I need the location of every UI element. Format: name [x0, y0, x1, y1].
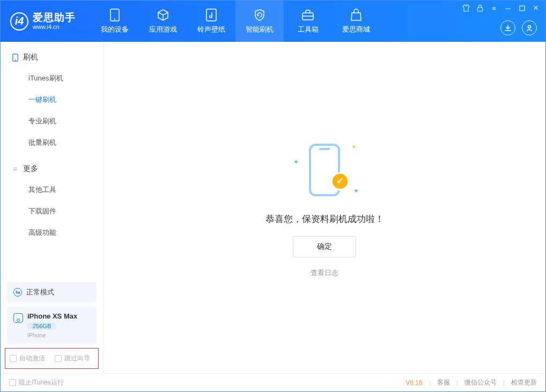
sparkle-icon: ✦ — [293, 158, 299, 166]
window-controls: ≡ ─ × — [462, 4, 540, 12]
check-update-link[interactable]: 检查更新 — [511, 378, 537, 387]
checkbox-label: 阻止iTunes运行 — [19, 378, 64, 387]
sidebar-head-flash: 刷机 — [1, 47, 103, 68]
minimize-button[interactable]: ─ — [504, 4, 512, 12]
sidebar-head-label: 刷机 — [23, 53, 38, 62]
sidebar-item-onekey-flash[interactable]: 一键刷机 — [1, 89, 103, 110]
lock-icon[interactable] — [476, 4, 484, 12]
close-button[interactable]: × — [532, 4, 540, 12]
svg-point-1 — [114, 19, 115, 20]
cube-icon — [156, 8, 170, 22]
device-info-row[interactable]: iPhone XS Max 256GB iPhone — [7, 307, 97, 344]
sidebar-item-advanced[interactable]: 高级功能 — [1, 222, 103, 243]
header-action-icons — [500, 20, 537, 35]
checkbox-icon — [10, 355, 17, 362]
device-storage-badge: 256GB — [27, 322, 56, 330]
device-mode-label: 正常模式 — [26, 287, 54, 297]
nav-apps-games[interactable]: 应用游戏 — [139, 1, 187, 42]
checkbox-auto-activate[interactable]: 自动激活 — [10, 354, 45, 363]
device-mode-row[interactable]: ⇆ 正常模式 — [7, 282, 97, 302]
device-phone-icon — [13, 313, 23, 323]
checkbox-block-itunes[interactable]: 阻止iTunes运行 — [9, 378, 64, 387]
sidebar: 刷机 iTunes刷机 一键刷机 专业刷机 批量刷机 ≡ 更多 其他工具 下载固… — [1, 42, 104, 373]
app-logo: i4 爱思助手 www.i4.cn — [1, 1, 85, 42]
nav-label: 智能刷机 — [246, 25, 274, 34]
logo-text: 爱思助手 www.i4.cn — [33, 12, 76, 30]
music-file-icon — [204, 8, 218, 22]
app-url: www.i4.cn — [33, 24, 76, 31]
nav-my-device[interactable]: 我的设备 — [91, 1, 139, 42]
device-type: iPhone — [27, 332, 77, 338]
view-log-link[interactable]: 查看日志 — [311, 268, 338, 278]
nav-label: 应用游戏 — [149, 25, 177, 34]
toolbox-icon — [301, 8, 315, 22]
checkbox-label: 自动激活 — [19, 354, 45, 363]
tshirt-icon[interactable] — [462, 4, 470, 12]
checkbox-label: 跳过向导 — [64, 354, 90, 363]
wechat-link[interactable]: 微信公众号 — [464, 378, 497, 387]
main-nav: 我的设备 应用游戏 铃声壁纸 智能刷机 工具箱 爱思商城 — [91, 1, 380, 42]
sidebar-section-more: ≡ 更多 其他工具 下载固件 高级功能 — [1, 153, 103, 243]
nav-store[interactable]: 爱思商城 — [332, 1, 380, 42]
app-name: 爱思助手 — [33, 12, 76, 24]
checkbox-skip-guide[interactable]: 跳过向导 — [55, 354, 90, 363]
sidebar-item-itunes-flash[interactable]: iTunes刷机 — [1, 68, 103, 89]
sparkle-icon: ✦ — [351, 143, 357, 151]
sidebar-item-other-tools[interactable]: 其他工具 — [1, 179, 103, 201]
phone-small-icon — [11, 54, 19, 61]
nav-label: 工具箱 — [298, 25, 319, 34]
device-name: iPhone XS Max — [27, 312, 77, 320]
checkbox-icon — [9, 379, 16, 386]
sidebar-head-more: ≡ 更多 — [1, 159, 103, 179]
svg-rect-5 — [520, 6, 525, 11]
list-small-icon: ≡ — [11, 165, 19, 173]
nav-smart-flash[interactable]: 智能刷机 — [235, 1, 284, 42]
bag-icon — [349, 8, 363, 22]
phone-icon — [108, 8, 122, 22]
sidebar-item-download-firmware[interactable]: 下载固件 — [1, 201, 103, 222]
status-bar: 阻止iTunes运行 V8.16 | 客服 | 微信公众号 | 检查更新 — [1, 373, 545, 391]
sparkle-icon: ✦ — [353, 187, 359, 195]
nav-label: 铃声壁纸 — [197, 25, 225, 34]
device-info: iPhone XS Max 256GB iPhone — [27, 312, 77, 338]
svg-rect-2 — [206, 9, 216, 21]
sidebar-section-flash: 刷机 iTunes刷机 一键刷机 专业刷机 批量刷机 — [1, 42, 103, 153]
success-illustration: ✦ ✦ ✦ ✓ — [292, 138, 357, 202]
menu-icon[interactable]: ≡ — [490, 4, 498, 12]
version-label: V8.16 — [405, 379, 422, 387]
support-link[interactable]: 客服 — [437, 378, 450, 387]
highlighted-options-box: 自动激活 跳过向导 — [5, 348, 99, 369]
sidebar-bottom: ⇆ 正常模式 iPhone XS Max 256GB iPhone 自动激活 — [1, 282, 103, 373]
body: 刷机 iTunes刷机 一键刷机 专业刷机 批量刷机 ≡ 更多 其他工具 下载固… — [1, 42, 545, 373]
maximize-button[interactable] — [518, 4, 526, 12]
svg-rect-4 — [478, 8, 483, 11]
sidebar-item-pro-flash[interactable]: 专业刷机 — [1, 110, 103, 132]
title-bar: i4 爱思助手 www.i4.cn 我的设备 应用游戏 铃声壁纸 智能刷机 — [1, 1, 545, 42]
nav-label: 我的设备 — [101, 25, 129, 34]
app-window: i4 爱思助手 www.i4.cn 我的设备 应用游戏 铃声壁纸 智能刷机 — [0, 0, 546, 392]
checkbox-icon — [55, 355, 62, 362]
download-icon[interactable] — [500, 20, 515, 35]
nav-ring-wallpaper[interactable]: 铃声壁纸 — [187, 1, 235, 42]
checkmark-badge-icon: ✓ — [331, 172, 349, 190]
svg-point-8 — [14, 60, 16, 61]
swap-icon: ⇆ — [13, 288, 22, 297]
logo-icon: i4 — [10, 12, 28, 31]
shield-refresh-icon — [253, 8, 267, 22]
user-icon[interactable] — [522, 20, 537, 35]
sidebar-head-label: 更多 — [23, 164, 38, 174]
footer-right: V8.16 | 客服 | 微信公众号 | 检查更新 — [405, 378, 537, 387]
svg-point-6 — [528, 26, 531, 28]
nav-toolbox[interactable]: 工具箱 — [284, 1, 332, 42]
success-message: 恭喜您，保资料刷机成功啦！ — [265, 213, 384, 225]
main-content: ✦ ✦ ✦ ✓ 恭喜您，保资料刷机成功啦！ 确定 查看日志 — [104, 42, 545, 373]
ok-button[interactable]: 确定 — [293, 236, 356, 257]
nav-label: 爱思商城 — [342, 25, 370, 34]
sidebar-item-batch-flash[interactable]: 批量刷机 — [1, 132, 103, 153]
